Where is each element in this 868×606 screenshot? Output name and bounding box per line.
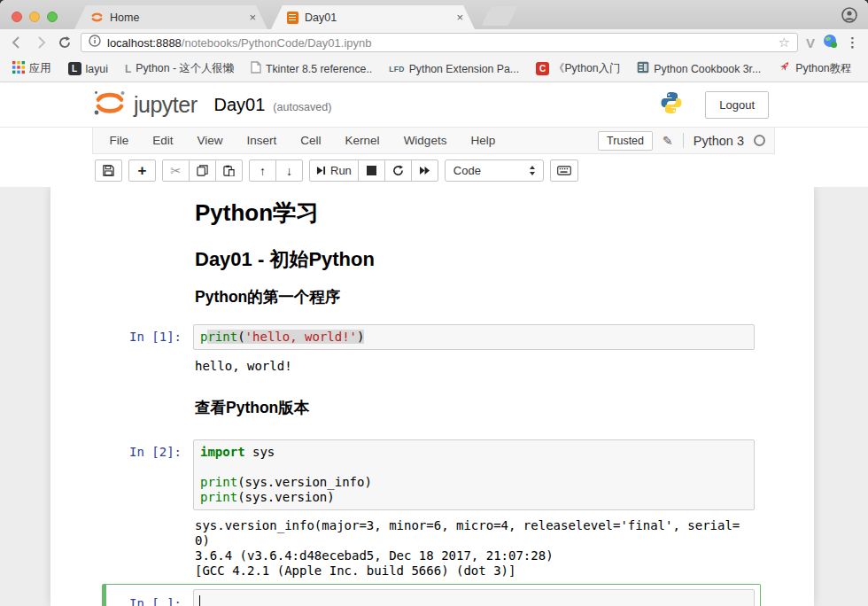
notebook-title[interactable]: Day01 bbox=[214, 95, 266, 115]
close-icon[interactable]: × bbox=[453, 11, 466, 24]
cell3-selected[interactable]: In [ ]: bbox=[102, 584, 761, 606]
new-tab-button[interactable] bbox=[482, 6, 518, 26]
move-cell-up-button[interactable]: ↑ bbox=[249, 159, 276, 182]
url-path: /notebooks/PythonCode/Day01.ipynb bbox=[182, 36, 372, 50]
url-text: localhost:8888/notebooks/PythonCode/Day0… bbox=[107, 36, 772, 50]
bookmark-python-tutorial[interactable]: Python教程 bbox=[778, 60, 851, 77]
paste-cell-button[interactable] bbox=[215, 159, 243, 182]
tab-home[interactable]: Home × bbox=[74, 5, 267, 29]
profile-icon[interactable] bbox=[841, 7, 857, 27]
logout-button[interactable]: Logout bbox=[705, 91, 769, 119]
menu-insert[interactable]: Insert bbox=[235, 134, 289, 147]
select-arrows-icon bbox=[530, 166, 535, 175]
jupyter-favicon bbox=[90, 11, 104, 24]
chrome-menu-icon[interactable]: ⋮ bbox=[846, 35, 859, 50]
arrow-up-icon: ↑ bbox=[260, 165, 266, 177]
heading-python-study: Python学习 bbox=[195, 198, 319, 229]
save-button[interactable] bbox=[95, 159, 122, 182]
bookmark-python-blog[interactable]: L Python - 这个人很懒 bbox=[125, 61, 234, 76]
forward-icon[interactable] bbox=[33, 35, 49, 50]
menu-kernel[interactable]: Kernel bbox=[333, 134, 391, 147]
scissors-icon: ✂ bbox=[170, 164, 182, 177]
copy-cell-button[interactable] bbox=[189, 159, 216, 182]
back-icon[interactable] bbox=[9, 35, 25, 50]
tab-home-label: Home bbox=[110, 12, 246, 24]
jupyter-wordmark[interactable]: jupyter bbox=[134, 92, 198, 118]
run-cell-button[interactable]: Run bbox=[309, 159, 359, 182]
minimize-window-button[interactable] bbox=[29, 12, 40, 22]
cell3-prompt: In [ ]: bbox=[106, 596, 182, 606]
tab-strip: Home × Day01 × bbox=[0, 0, 868, 29]
cell1-prompt: In [1]: bbox=[106, 330, 182, 344]
autosave-status: (autosaved) bbox=[273, 101, 331, 113]
menu-cell[interactable]: Cell bbox=[289, 134, 333, 147]
heading-day01: Day01 - 初始Python bbox=[195, 246, 375, 273]
cell2-prompt: In [2]: bbox=[106, 445, 182, 459]
cell1-input[interactable]: print('hello, world!') bbox=[193, 324, 755, 350]
notebook-toolbar: + ✂ ↑ ↓ Run bbox=[0, 154, 868, 187]
c-icon: C bbox=[536, 62, 549, 75]
divider bbox=[683, 133, 684, 148]
lfd-icon: LFD bbox=[389, 65, 404, 74]
reload-icon[interactable] bbox=[57, 35, 73, 50]
keyboard-icon bbox=[557, 166, 571, 175]
stop-icon bbox=[367, 166, 376, 175]
heading-first-program: Python的第一个程序 bbox=[195, 286, 340, 307]
bookmark-python-intro[interactable]: C 《Python入门 bbox=[536, 61, 620, 76]
menu-widgets[interactable]: Widgets bbox=[391, 134, 459, 147]
layui-icon: L bbox=[68, 62, 81, 75]
menu-file[interactable]: File bbox=[97, 134, 141, 147]
cell-type-select[interactable]: Code bbox=[445, 159, 544, 182]
bookmark-layui[interactable]: L layui bbox=[68, 62, 108, 75]
menu-row: File Edit View Insert Cell Kernel Widget… bbox=[0, 128, 868, 154]
rocket-icon bbox=[778, 60, 791, 77]
fast-forward-icon bbox=[419, 166, 430, 175]
bookmark-cookbook[interactable]: Python Cookbook 3r... bbox=[637, 61, 761, 77]
menu-help[interactable]: Help bbox=[459, 134, 508, 147]
menu-edit[interactable]: Edit bbox=[141, 134, 185, 147]
bookmark-star-icon[interactable]: ☆ bbox=[779, 35, 790, 50]
bookmarks-bar: 应用 L layui L Python - 这个人很懒 Tkinter 8.5 … bbox=[0, 56, 868, 82]
pencil-icon[interactable]: ✎ bbox=[663, 134, 673, 148]
zoom-window-button[interactable] bbox=[47, 12, 58, 22]
jupyter-logo-icon[interactable] bbox=[91, 89, 128, 120]
menu-view[interactable]: View bbox=[185, 134, 235, 147]
cell3-input[interactable] bbox=[193, 589, 755, 606]
bookmark-lfd[interactable]: LFD Python Extension Pa... bbox=[389, 63, 519, 75]
step-forward-icon bbox=[316, 166, 326, 175]
cell2-input[interactable]: import sys print(sys.version_info)print(… bbox=[193, 439, 755, 510]
apps-grid-icon bbox=[12, 61, 25, 77]
bookmark-apps[interactable]: 应用 bbox=[12, 61, 51, 77]
move-cell-down-button[interactable]: ↓ bbox=[275, 159, 303, 182]
restart-icon bbox=[392, 165, 404, 176]
kernel-status-icon bbox=[754, 135, 765, 146]
notebook-container: Python学习 Day01 - 初始Python Python的第一个程序 I… bbox=[50, 187, 814, 606]
tab-day01[interactable]: Day01 × bbox=[271, 5, 475, 29]
cut-cell-button[interactable]: ✂ bbox=[162, 159, 190, 182]
command-palette-button[interactable] bbox=[550, 159, 578, 182]
restart-kernel-button[interactable] bbox=[384, 159, 412, 182]
jupyter-header: jupyter Day01 (autosaved) Logout bbox=[0, 82, 868, 128]
cell-type-value: Code bbox=[453, 164, 481, 177]
tab-day01-label: Day01 bbox=[305, 12, 453, 24]
interrupt-kernel-button[interactable] bbox=[358, 159, 385, 182]
bookmark-tkinter[interactable]: Tkinter 8.5 reference.. bbox=[251, 61, 372, 77]
heading-python-version: 查看Python版本 bbox=[195, 397, 309, 418]
trusted-button[interactable]: Trusted bbox=[598, 131, 653, 151]
run-label: Run bbox=[330, 164, 352, 177]
info-icon[interactable] bbox=[89, 35, 101, 50]
grid-book-icon bbox=[637, 61, 649, 77]
close-window-button[interactable] bbox=[12, 12, 22, 22]
address-bar[interactable]: localhost:8888/notebooks/PythonCode/Day0… bbox=[81, 33, 798, 52]
globe-extension-icon[interactable] bbox=[823, 34, 838, 52]
cell2-output: sys.version_info(major=3, minor=6, micro… bbox=[195, 518, 740, 579]
python-logo-icon bbox=[659, 90, 684, 119]
add-cell-button[interactable]: + bbox=[128, 159, 156, 182]
close-icon[interactable]: × bbox=[246, 11, 259, 24]
extension-v-icon[interactable]: V bbox=[806, 35, 815, 50]
browser-window: Home × Day01 × localhost:8888/notebooks bbox=[0, 0, 868, 606]
notebook-favicon bbox=[287, 12, 298, 24]
arrow-down-icon: ↓ bbox=[286, 165, 292, 177]
notebook-scroll-area[interactable]: Python学习 Day01 - 初始Python Python的第一个程序 I… bbox=[0, 187, 868, 606]
restart-run-all-button[interactable] bbox=[411, 159, 438, 182]
